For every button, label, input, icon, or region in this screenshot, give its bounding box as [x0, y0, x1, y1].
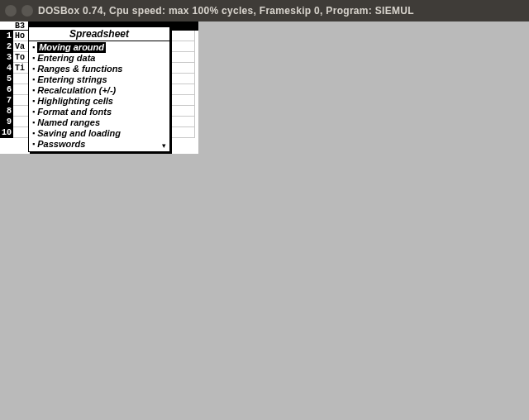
window-title: DOSBox 0.74, Cpu speed: max 100% cycles,… [38, 5, 414, 17]
bullet-icon: ▪ [32, 117, 35, 128]
row-header: 6 [0, 84, 12, 95]
row-header: 3 [0, 52, 12, 63]
menu-items: ▪Moving around ▪Entering data ▪Ranges & … [29, 41, 169, 151]
close-icon[interactable] [5, 5, 17, 17]
row-header: 5 [0, 74, 12, 84]
row-header: 8 [0, 106, 12, 117]
window-titlebar: DOSBox 0.74, Cpu speed: max 100% cycles,… [0, 0, 529, 21]
menu-item-label: Ranges & functions [37, 64, 122, 74]
menu-item-highlighting-cells[interactable]: ▪Highlighting cells [29, 96, 169, 107]
menu-item-passwords[interactable]: ▪Passwords [29, 139, 169, 150]
bullet-icon: ▪ [32, 85, 35, 96]
row-headers: 1 2 3 4 5 6 7 8 9 10 [0, 31, 13, 138]
menu-item-label: Passwords [37, 139, 85, 150]
minimize-icon[interactable] [21, 5, 33, 17]
row-header: 10 [0, 127, 12, 138]
menu-item-entering-strings[interactable]: ▪Entering strings [29, 74, 169, 85]
bullet-icon: ▪ [32, 74, 35, 85]
row-header: 1 [0, 31, 12, 41]
row-header: 2 [0, 41, 12, 52]
bullet-icon: ▪ [32, 64, 35, 74]
menu-item-ranges-functions[interactable]: ▪Ranges & functions [29, 64, 169, 74]
menu-item-saving-loading[interactable]: ▪Saving and loading [29, 128, 169, 139]
menu-item-label: Entering data [37, 53, 95, 64]
menu-item-named-ranges[interactable]: ▪Named ranges [29, 117, 169, 128]
bullet-icon: ▪ [32, 107, 35, 117]
menu-item-label: Named ranges [37, 117, 100, 128]
menu-item-label: Highlighting cells [37, 96, 113, 107]
menu-item-label: Moving around [37, 42, 106, 53]
bullet-icon: ▪ [32, 53, 35, 64]
bullet-icon: ▪ [32, 42, 35, 53]
menu-item-recalculation[interactable]: ▪Recalculation (+/-) [29, 85, 169, 96]
menu-item-label: Entering strings [37, 74, 107, 85]
bullet-icon: ▪ [32, 139, 35, 150]
menu-title: Spreadsheet [29, 27, 169, 41]
menu-item-label: Recalculation (+/-) [37, 85, 116, 96]
row-header: 7 [0, 95, 12, 106]
menu-item-format-fonts[interactable]: ▪Format and fonts [29, 107, 169, 117]
row-header: 4 [0, 63, 12, 74]
scroll-down-icon[interactable]: ▾ [162, 141, 166, 150]
bullet-icon: ▪ [32, 96, 35, 107]
row-header: 9 [0, 117, 12, 127]
menu-item-moving-around[interactable]: ▪Moving around [29, 42, 169, 53]
menu-item-entering-data[interactable]: ▪Entering data [29, 53, 169, 64]
bullet-icon: ▪ [32, 128, 35, 139]
spreadsheet-help-menu: Spreadsheet ▪Moving around ▪Entering dat… [28, 26, 170, 152]
menu-item-label: Format and fonts [37, 107, 112, 117]
menu-item-label: Saving and loading [37, 128, 121, 139]
cell-reference: B3 [15, 21, 25, 31]
